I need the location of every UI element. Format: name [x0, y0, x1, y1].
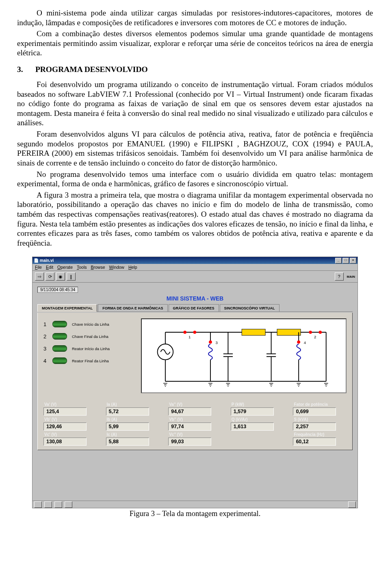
switch-led[interactable]: [52, 333, 67, 340]
svg-text:3: 3: [215, 340, 217, 345]
svg-point-14: [209, 341, 212, 344]
tab-montagem[interactable]: MONTAGEM EXPERIMENTAL: [37, 304, 97, 312]
readout-value: 1,579: [231, 407, 274, 416]
section-number: 3.: [17, 65, 33, 74]
readout-value: 5,99: [106, 422, 149, 431]
svg-rect-12: [277, 329, 301, 335]
switch-label: Reator Final da Linha: [72, 359, 109, 363]
readout-label: Va'' (V): [168, 402, 222, 407]
section-title: PROGRAMA DESENVOLVIDO: [35, 65, 148, 74]
readout-value: 129,46: [43, 422, 87, 431]
pause-button[interactable]: ‖: [67, 272, 76, 281]
menu-browse[interactable]: Browse: [91, 265, 105, 270]
front-panel: 9/11/2004 08:45:34 MINI SISTEMA - WEB MO…: [32, 283, 358, 501]
window-title-bar[interactable]: 📄 main.vi _ □ ×: [32, 257, 358, 264]
readout-vc1: Vc' (V)130,08: [43, 432, 97, 446]
readout-value: 125,4: [43, 407, 87, 416]
switch-led[interactable]: [52, 357, 67, 364]
datetime-indicator: 9/11/2004 08:45:34: [37, 287, 78, 293]
minimize-button[interactable]: _: [335, 258, 342, 264]
text: Foi desenvolvido um programa utilizando …: [17, 80, 373, 127]
tab-sincronoscopio[interactable]: SINCRONOSCÓPIO VIRTUAL: [220, 304, 280, 311]
readout-ib: Ib (A)5,99: [106, 417, 160, 431]
readout-value: 97,74: [168, 422, 211, 431]
switch-led[interactable]: [52, 345, 67, 352]
switch-column: 1 Chave Início da Linha 2 Chave Final da…: [43, 318, 121, 370]
readout-s: S (kVA)2,257: [293, 417, 347, 431]
menu-help[interactable]: Help: [128, 265, 137, 270]
readout-label: Va' (V): [43, 402, 97, 407]
menu-window[interactable]: Window: [109, 265, 124, 270]
run-continuous-button[interactable]: ⟳: [46, 272, 54, 281]
task-button[interactable]: [65, 501, 72, 508]
tab-bar: MONTAGEM EXPERIMENTAL FORMA DE ONDA E HA…: [37, 304, 353, 312]
paragraph: Foram desenvolvidos alguns VI para cálcu…: [17, 129, 373, 168]
app-title: MINI SISTEMA - WEB: [37, 295, 353, 302]
svg-rect-11: [242, 329, 265, 335]
text: A figura 3 mostra a primeira tela, que m…: [17, 191, 373, 247]
readout-value: 5,88: [106, 438, 149, 446]
maximize-button[interactable]: □: [342, 258, 349, 264]
readout-value: 5,72: [106, 407, 149, 416]
readout-label: Ia (A): [106, 402, 160, 407]
tab-fasores[interactable]: GRÁFICO DE FASORES: [169, 304, 219, 311]
menu-tools[interactable]: Tools: [77, 265, 87, 270]
tab-panel-montagem: 1 Chave Início da Linha 2 Chave Final da…: [37, 313, 353, 450]
readout-label: Vb'' (V): [168, 417, 222, 422]
menu-operate[interactable]: Operate: [57, 265, 73, 270]
readout-vb2: Vb'' (V)97,74: [168, 417, 222, 431]
main-index-icon: MAIN: [347, 275, 355, 279]
readout-label: Vc'' (V): [168, 432, 222, 437]
readout-value: 0,699: [293, 407, 336, 416]
readout-p: P (kW)1,579: [231, 402, 284, 416]
start-button[interactable]: [34, 501, 42, 508]
readout-value: 2,257: [293, 422, 336, 431]
close-button[interactable]: ×: [350, 258, 356, 264]
readout-value: 1,613: [231, 422, 274, 431]
switch-led[interactable]: [52, 321, 67, 327]
switch-row-1: 1 Chave Início da Linha: [43, 321, 121, 327]
taskbar: [32, 501, 358, 508]
readout-fp: Fator de potência0,699: [293, 402, 347, 416]
text: O mini-sistema pode ainda utilizar carga…: [17, 9, 373, 27]
svg-point-8: [309, 331, 312, 334]
readout-va2: Va'' (V)94,67: [168, 402, 222, 416]
readout-value: 94,67: [168, 407, 211, 416]
switch-label: Chave Final da Linha: [72, 334, 108, 339]
task-button[interactable]: [54, 501, 62, 508]
menu-bar: File Edit Operate Tools Browse Window He…: [32, 264, 358, 271]
switch-number: 1: [43, 321, 49, 327]
switch-label: Reator Início da Linha: [72, 346, 110, 351]
readout-label: Frequência (Hz): [293, 432, 347, 437]
readout-vc2: Vc'' (V)99,03: [168, 432, 222, 446]
readout-label: S (kVA): [293, 417, 347, 422]
svg-point-5: [183, 331, 186, 334]
readout-ic: Ic (A)5,88: [106, 432, 160, 446]
menu-edit[interactable]: Edit: [46, 265, 53, 270]
document-page: O mini-sistema pode ainda utilizar carga…: [0, 0, 390, 526]
text: Com a combinação destes diversos element…: [17, 29, 373, 57]
abort-button[interactable]: ◉: [56, 272, 65, 281]
menu-file[interactable]: File: [35, 265, 42, 270]
readout-vb1: Vb' (V)129,46: [43, 417, 97, 431]
readout-label: Q (kVAr): [231, 417, 284, 422]
task-button[interactable]: [44, 501, 52, 508]
readout-label: Vb' (V): [43, 417, 97, 422]
switch-row-2: 2 Chave Final da Linha: [43, 333, 121, 340]
labview-window: 📄 main.vi _ □ × File Edit Operate Tools …: [32, 257, 358, 508]
svg-text:4: 4: [304, 340, 306, 345]
help-button[interactable]: ?: [335, 272, 344, 281]
readout-freq: Frequência (Hz)60,12: [293, 432, 347, 446]
paragraph: Foi desenvolvido um programa utilizando …: [17, 80, 373, 128]
readout-label: Ic (A): [106, 432, 160, 437]
run-button[interactable]: ⇨: [35, 272, 44, 281]
switch-row-4: 4 Reator Final da Linha: [43, 357, 121, 364]
window-title: 📄 main.vi: [34, 258, 54, 263]
tab-forma-onda[interactable]: FORMA DE ONDA E HARMÔNICAS: [98, 304, 167, 311]
readout-value: 60,12: [293, 438, 336, 446]
toolbar: ⇨ ⟳ ◉ ‖ ? MAIN: [32, 271, 358, 283]
switch-row-3: 3 Reator Início da Linha: [43, 345, 121, 352]
readout-grid: Va' (V)125,4 Ia (A)5,72 Va'' (V)94,67 P …: [43, 402, 347, 446]
tray-icon[interactable]: [348, 501, 356, 508]
paragraph: O mini-sistema pode ainda utilizar carga…: [17, 8, 373, 27]
